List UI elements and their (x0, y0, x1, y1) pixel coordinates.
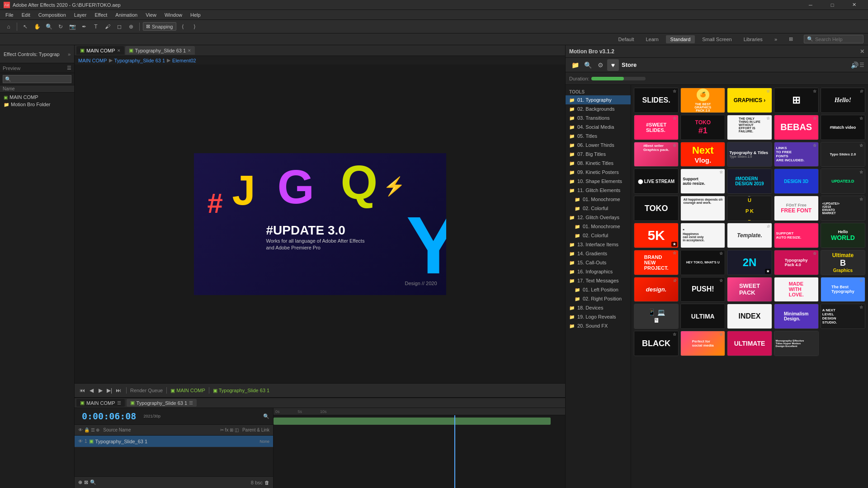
layer-visibility[interactable]: 👁 (78, 439, 83, 444)
mb-cat-transitions[interactable]: 📁 03. Transitions (566, 113, 631, 122)
mb-cat-logoreveals[interactable]: 📁 19. Logo Reveals (566, 312, 631, 321)
search-input[interactable] (815, 37, 860, 42)
mb-card-happiness2[interactable]: ❝Happinesscan exist onlyin acceptance. (680, 223, 725, 248)
mb-cat-mono1[interactable]: 📁 01. Monochrome (566, 195, 631, 204)
bottom-icon2[interactable]: ⊠ (84, 479, 88, 485)
mb-card-grid[interactable]: ⊞☆ (774, 88, 819, 113)
mb-card-envato[interactable]: <UPDATE/>#2018ENVATOMARKET☆ (821, 196, 865, 221)
pen-tool[interactable]: ✒ (79, 22, 89, 32)
mb-cat-soundfx[interactable]: 📁 20. Sound FX (566, 321, 631, 330)
mb-card-design[interactable]: design.☆ (634, 277, 679, 302)
effect-controls-expand[interactable]: » (68, 52, 71, 57)
mb-card-toko2[interactable]: TOKO (634, 196, 679, 221)
mb-card-black[interactable]: BLACK☆ (634, 331, 679, 356)
mb-cat-kinetictitles[interactable]: 📁 08. Kinetic Titles (566, 159, 631, 168)
menu-layer[interactable]: Layer (71, 11, 90, 19)
mb-cat-shapeelements[interactable]: 📁 10. Shape Elements (566, 177, 631, 186)
mb-card-graphics[interactable]: GRAPHICS ›☆ (727, 88, 772, 113)
mb-card-bestseller[interactable]: #Best sellerGraphics pack.☆ (634, 142, 679, 167)
prev-frame-button[interactable]: ⏮ (78, 386, 86, 394)
mb-card-world[interactable]: Hello WORLD (821, 223, 865, 248)
mb-card-watchvideo[interactable]: #Watch video☆ (821, 115, 865, 140)
mb-cat-titles[interactable]: 📁 05. Titles (566, 131, 631, 141)
mb-card-typoinfo[interactable]: Typography & Titles Type Slides 2.0 (727, 142, 772, 167)
mb-header-close[interactable]: ✕ (860, 48, 864, 55)
mb-volume-icon[interactable]: 🔊 (851, 61, 859, 69)
timeline-layer-bar[interactable] (274, 418, 551, 425)
mb-cat-devices[interactable]: 📁 18. Devices (566, 303, 631, 312)
mb-cat-interface[interactable]: 📁 13. Interface Items (566, 240, 631, 249)
mb-card-ultimate1[interactable]: Ultimate B Graphics (821, 250, 865, 275)
mb-card-template[interactable]: Template.☆ (727, 223, 772, 248)
nav-more[interactable]: » (770, 35, 782, 43)
mb-card-failure[interactable]: THE ONLYTHING IN LIFEWITHOUTEFFORT ISFAI… (727, 115, 772, 140)
mb-card-perfectsocial[interactable]: Perfect forsocial media☆ (680, 331, 725, 356)
tl-tab-menu[interactable]: ☰ (117, 400, 121, 405)
mb-cat-infographics[interactable]: 📁 16. Infographics (566, 267, 631, 276)
minimize-button[interactable]: ─ (800, 0, 821, 10)
preview-menu[interactable]: ☰ (67, 65, 71, 71)
mb-card-bestgraphics[interactable]: 🍊 THE BESTGRAPHICSPACK 2.0 (680, 88, 725, 113)
mb-card-index[interactable]: INDEX (727, 304, 772, 329)
tl-tab-maincomp[interactable]: ▣ MAIN COMP ☰ (76, 399, 125, 407)
breadcrumb-typo[interactable]: Typography_Slide 63 1 (114, 58, 165, 63)
mb-settings-btn[interactable]: ⚙ (594, 59, 606, 71)
bottom-icon4[interactable]: 🗑 (264, 480, 269, 485)
nav-libraries[interactable]: Libraries (739, 35, 767, 43)
mb-card-5k[interactable]: 5K★ (634, 223, 679, 248)
rotate-tool[interactable]: ↻ (56, 22, 66, 32)
mb-cat-gradients[interactable]: 📁 14. Gradients (566, 249, 631, 258)
menu-edit[interactable]: Edit (18, 11, 34, 19)
search-box[interactable]: 🔍 (804, 35, 863, 43)
mb-card-madewithlove[interactable]: MADEWITHLOVE. (774, 277, 819, 302)
mb-menu-icon[interactable]: ☰ (859, 62, 864, 68)
snapping-toggle[interactable]: ⊠ Snapping (143, 22, 176, 31)
mb-cat-kineticposters[interactable]: 📁 09. Kinetic Posters (566, 168, 631, 177)
mb-card-hashtagupdatepk[interactable]: # UP KP (727, 196, 772, 221)
tl-search-icon[interactable]: 🔍 (263, 413, 269, 419)
mb-cat-glitchoverlays[interactable]: 📁 12. Glitch Overlays (566, 213, 631, 222)
menu-composition[interactable]: Composition (35, 11, 70, 19)
nav-default[interactable]: Default (614, 35, 639, 43)
toolbar-extra1[interactable]: ⟨ (178, 22, 188, 32)
tl-tab-menu2[interactable]: ☰ (189, 400, 193, 405)
mb-cat-callouts[interactable]: 📁 15. Call-Outs (566, 258, 631, 267)
mb-card-sweetslides[interactable]: #SWEETSLIDES.☆ (634, 115, 679, 140)
project-search-input[interactable] (3, 75, 71, 83)
mb-card-minimalism[interactable]: MinimalismDesign. (774, 304, 819, 329)
mb-card-autoresize2[interactable]: SUPPORTAUTO RESIZE. (774, 223, 819, 248)
mb-store-btn[interactable]: ♥ (607, 59, 619, 71)
breadcrumb-element[interactable]: Element02 (172, 58, 196, 63)
maximize-button[interactable]: □ (822, 0, 843, 10)
mb-cat-glitchelements[interactable]: 📁 11. Glitch Elements (566, 186, 631, 195)
mb-card-besttypo[interactable]: The BestTypography☆ (821, 277, 865, 302)
nav-learn[interactable]: Learn (641, 35, 663, 43)
menu-animation[interactable]: Animation (112, 11, 141, 19)
comp-tab-typo[interactable]: ▣ Typography_Slide 63 1 ✕ (125, 46, 195, 55)
mb-cat-lowerthirds[interactable]: 📁 06. Lower Thirds (566, 141, 631, 150)
mb-card-heytoko[interactable]: HEY TOKO, WHAT'S U☆ (680, 250, 725, 275)
mb-cat-backgrounds[interactable]: 📁 02. Backgrounds (566, 104, 631, 113)
mb-card-freefont[interactable]: FOnT Free FREE FONT (774, 196, 819, 221)
mb-card-bebas[interactable]: BEBAS☆ (774, 115, 819, 140)
hand-tool[interactable]: ✋ (32, 22, 42, 32)
mb-card-moderndesign[interactable]: #MODERNDESIGN 2019 (727, 169, 772, 194)
next-frame-button[interactable]: ⏭ (114, 386, 123, 394)
shape-tool[interactable]: ◻ (114, 22, 124, 32)
breadcrumb-maincomp[interactable]: MAIN COMP (78, 58, 107, 63)
home-button[interactable]: ⌂ (4, 22, 14, 32)
mb-card-ultima[interactable]: ULTIMA (680, 304, 725, 329)
mb-cat-rightpos[interactable]: 📁 02. Right Position (566, 294, 631, 303)
mb-card-monography[interactable]: Monography EffectiveTitles Hyper MotionD… (774, 331, 819, 356)
bottom-icon1[interactable]: ⊕ (78, 479, 82, 485)
mb-cat-textmessages[interactable]: 📁 17. Text Messages (566, 276, 631, 285)
mb-cat-socialmedia[interactable]: 📁 04. Social Media (566, 122, 631, 131)
mb-cat-leftpos[interactable]: 📁 01. Left Position (566, 285, 631, 294)
mb-cat-typography[interactable]: 📁 01. Typography (566, 95, 631, 104)
mb-card-push[interactable]: PUSH!☆ (680, 277, 725, 302)
bottom-icon3[interactable]: 🔍 (90, 479, 96, 485)
mb-folder-btn[interactable]: 📁 (569, 59, 581, 71)
menu-help[interactable]: Help (187, 11, 204, 19)
mb-card-nextvlog[interactable]: Next Vlog. (680, 142, 725, 167)
mb-search-btn[interactable]: 🔍 (582, 59, 594, 71)
